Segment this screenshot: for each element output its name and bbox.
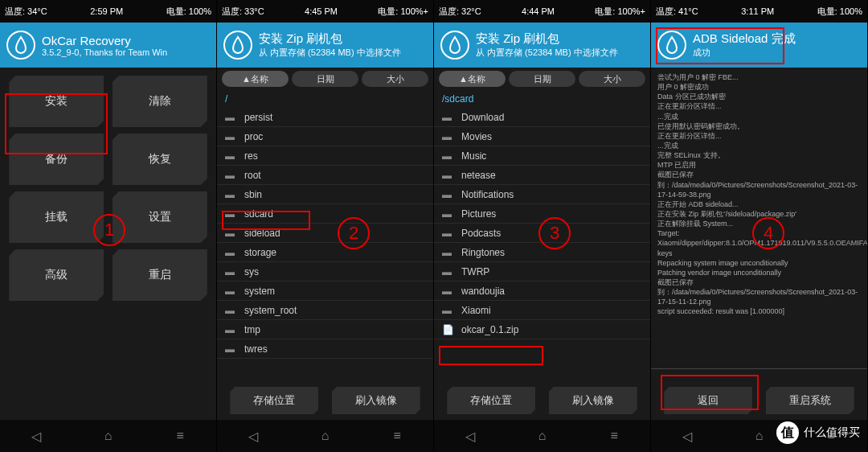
folder-icon: ▬: [225, 189, 238, 200]
reboot-tile[interactable]: 重启: [113, 249, 207, 301]
folder-icon: ▬: [442, 286, 455, 297]
file-label: Xiaomi: [461, 305, 491, 316]
status-bar: 温度: 41°C3:11 PM电量: 100%: [651, 0, 867, 23]
back-button[interactable]: 返回: [664, 387, 752, 414]
back-icon[interactable]: ◁: [237, 429, 269, 444]
folder-item[interactable]: ▬sdcard: [217, 204, 433, 224]
home-icon[interactable]: ⌂: [92, 429, 124, 443]
flash-image-button[interactable]: 刷入镜像: [332, 387, 420, 414]
storage-button[interactable]: 存储位置: [447, 387, 535, 414]
folder-icon: ▬: [225, 247, 238, 258]
file-label: Podcasts: [461, 228, 501, 239]
folder-item[interactable]: ▬Movies: [434, 127, 650, 146]
recovery-logo-icon: [440, 31, 469, 60]
folder-item[interactable]: ▬twres: [217, 339, 433, 359]
folder-item[interactable]: ▬storage: [217, 243, 433, 262]
folder-item[interactable]: ▬Notifications: [434, 185, 650, 204]
folder-icon: ▬: [225, 112, 238, 123]
file-label: Movies: [461, 131, 492, 142]
advanced-tile[interactable]: 高级: [9, 249, 104, 301]
file-label: system_root: [244, 305, 297, 316]
sort-name-button[interactable]: ▲ 名称: [222, 71, 289, 87]
panel-file-browser-sdcard: 温度: 32°C4:44 PM电量: 100%+ 安装 Zip 刷机包 从 内置…: [434, 0, 651, 452]
backup-tile[interactable]: 备份: [9, 134, 104, 185]
panel-main-menu: 温度: 34°C2:59 PM电量: 100% OkCar Recovery 3…: [0, 0, 217, 452]
status-bar: 温度: 33°C4:45 PM电量: 100%+: [217, 0, 433, 23]
folder-item[interactable]: ▬res: [217, 146, 433, 166]
folder-icon: ▬: [225, 228, 238, 239]
file-label: sdcard: [244, 208, 273, 220]
panel-file-browser-root: 温度: 33°C4:45 PM电量: 100%+ 安装 Zip 刷机包 从 内置…: [217, 0, 434, 452]
folder-icon: ▬: [442, 131, 455, 142]
home-icon[interactable]: ⌂: [526, 429, 558, 443]
header-subtitle: 成功: [693, 47, 796, 59]
file-label: storage: [244, 247, 276, 258]
folder-item[interactable]: ▬wandoujia: [434, 281, 650, 301]
recovery-logo-icon: [223, 31, 252, 60]
sort-date-button[interactable]: 日期: [509, 71, 575, 87]
file-icon: 📄: [442, 324, 455, 335]
recent-icon[interactable]: ≡: [164, 429, 196, 443]
mount-tile[interactable]: 挂载: [9, 191, 104, 243]
header: 安装 Zip 刷机包 从 内置存储 (52384 MB) 中选择文件: [217, 23, 433, 68]
folder-icon: ▬: [225, 305, 238, 316]
sort-size-button[interactable]: 大小: [362, 71, 428, 87]
file-label: wandoujia: [461, 286, 505, 297]
folder-icon: ▬: [442, 266, 455, 277]
back-icon[interactable]: ◁: [454, 429, 486, 444]
home-icon[interactable]: ⌂: [309, 429, 341, 443]
recent-icon[interactable]: ≡: [381, 429, 413, 443]
folder-item[interactable]: ▬sideload: [217, 224, 433, 243]
folder-icon: ▬: [442, 112, 455, 123]
file-label: twres: [244, 343, 268, 355]
folder-item[interactable]: ▬netease: [434, 166, 650, 185]
folder-item[interactable]: ▬Download: [434, 108, 650, 127]
reboot-system-button[interactable]: 重启系统: [766, 387, 854, 414]
folder-item[interactable]: ▬sbin: [217, 185, 433, 204]
folder-item[interactable]: ▬Xiaomi: [434, 301, 650, 320]
folder-item[interactable]: ▬TWRP: [434, 262, 650, 281]
folder-item[interactable]: ▬root: [217, 166, 433, 185]
folder-item[interactable]: ▬proc: [217, 127, 433, 146]
file-label: persist: [244, 112, 272, 123]
sort-name-button[interactable]: ▲ 名称: [439, 71, 506, 87]
folder-item[interactable]: ▬Podcasts: [434, 224, 650, 243]
storage-button[interactable]: 存储位置: [230, 387, 318, 414]
folder-item[interactable]: ▬Pictures: [434, 204, 650, 224]
folder-item[interactable]: ▬Music: [434, 146, 650, 166]
header-title: 安装 Zip 刷机包: [259, 31, 401, 47]
file-label: root: [244, 170, 261, 181]
install-tile[interactable]: 安装: [9, 76, 104, 127]
header: 安装 Zip 刷机包 从 内置存储 (52384 MB) 中选择文件: [434, 23, 650, 68]
panel-sideload-complete: 温度: 41°C3:11 PM电量: 100% ADB Sideload 完成 …: [651, 0, 868, 452]
watermark: 值 什么值得买: [776, 421, 860, 444]
home-icon[interactable]: ⌂: [743, 429, 775, 443]
back-icon[interactable]: ◁: [671, 429, 703, 444]
folder-item[interactable]: ▬system: [217, 281, 433, 301]
header-title: 安装 Zip 刷机包: [476, 31, 618, 47]
sort-size-button[interactable]: 大小: [579, 71, 645, 87]
folder-item[interactable]: ▬tmp: [217, 320, 433, 339]
restore-tile[interactable]: 恢复: [113, 134, 207, 185]
settings-tile[interactable]: 设置: [113, 191, 207, 243]
file-label: system: [244, 286, 275, 297]
file-label: tmp: [244, 324, 260, 335]
header: OkCar Recovery 3.5.2_9-0, Thanks for Tea…: [0, 23, 216, 68]
folder-icon: ▬: [225, 150, 238, 162]
sort-date-button[interactable]: 日期: [292, 71, 358, 87]
wipe-tile[interactable]: 清除: [113, 76, 207, 127]
folder-item[interactable]: ▬system_root: [217, 301, 433, 320]
flash-image-button[interactable]: 刷入镜像: [549, 387, 637, 414]
folder-icon: ▬: [225, 208, 238, 220]
zip-file-item[interactable]: 📄okcar_0.1.zip: [434, 320, 650, 339]
folder-icon: ▬: [442, 189, 455, 200]
folder-icon: ▬: [225, 324, 238, 335]
folder-icon: ▬: [225, 266, 238, 277]
back-icon[interactable]: ◁: [20, 429, 52, 444]
folder-item[interactable]: ▬sys: [217, 262, 433, 281]
recent-icon[interactable]: ≡: [598, 429, 630, 443]
folder-item[interactable]: ▬Ringtones: [434, 243, 650, 262]
file-label: sideload: [244, 228, 280, 239]
file-label: proc: [244, 131, 263, 142]
folder-item[interactable]: ▬persist: [217, 108, 433, 127]
